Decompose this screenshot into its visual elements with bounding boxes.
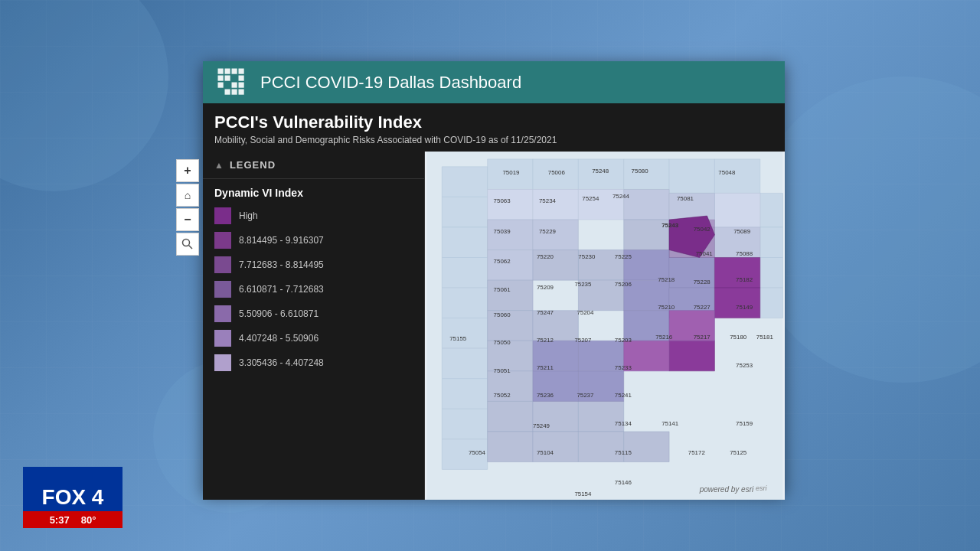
legend-collapse-arrow[interactable]: ▲: [214, 160, 224, 171]
svg-text:esri: esri: [756, 484, 768, 492]
svg-marker-43: [488, 250, 533, 281]
svg-marker-52: [488, 311, 533, 341]
home-button[interactable]: ⌂: [176, 184, 199, 207]
subtitle: Mobility, Social and Demographic Risks A…: [214, 135, 773, 145]
legend-color-swatch: [214, 305, 231, 322]
zoom-in-button[interactable]: +: [176, 159, 199, 182]
svg-marker-29: [442, 379, 487, 409]
svg-rect-11: [225, 90, 230, 95]
dashboard-header: PCCI COVID-19 Dallas Dashboard: [203, 61, 785, 103]
svg-marker-64: [669, 257, 714, 288]
svg-marker-25: [442, 257, 487, 288]
svg-marker-53: [533, 311, 578, 341]
legend-item: 7.712683 - 8.814495: [203, 253, 424, 277]
fox4-logo-text: FOX 4: [42, 487, 104, 508]
svg-marker-55: [488, 371, 533, 402]
legend-color-swatch: [214, 207, 231, 224]
legend-color-swatch: [214, 330, 231, 347]
svg-marker-50: [578, 280, 623, 311]
svg-point-14: [183, 240, 190, 246]
svg-marker-75: [714, 288, 760, 318]
legend-index-title: Dynamic VI Index: [203, 179, 424, 204]
legend-item-label: 3.305436 - 4.407248: [239, 357, 324, 368]
svg-marker-54: [488, 341, 533, 371]
svg-marker-71: [533, 371, 578, 402]
legend-item: 6.610871 - 7.712683: [203, 277, 424, 302]
svg-marker-18: [533, 159, 578, 190]
svg-marker-76: [669, 341, 714, 371]
legend-item: 3.305436 - 4.407248: [203, 350, 424, 375]
svg-rect-1: [218, 69, 224, 74]
legend-item-label: 7.712683 - 8.814495: [239, 259, 324, 270]
svg-marker-68: [578, 341, 623, 371]
legend-color-swatch: [214, 354, 231, 371]
zoom-out-button[interactable]: −: [176, 208, 199, 231]
svg-marker-57: [533, 401, 578, 432]
svg-marker-45: [714, 227, 760, 258]
legend-color-swatch: [214, 281, 231, 298]
svg-rect-3: [232, 69, 237, 74]
fox4-info-bar: 5:37 80°: [23, 511, 122, 528]
svg-marker-41: [624, 189, 669, 220]
legend-item: 8.814495 - 9.916307: [203, 228, 424, 253]
svg-marker-44: [533, 220, 578, 250]
svg-rect-13: [239, 90, 244, 95]
svg-marker-62: [624, 432, 669, 462]
legend-panel: + ⌂ − ▲ LEGEND Dynamic VI Index High8.: [203, 152, 425, 500]
svg-marker-23: [442, 197, 487, 227]
svg-marker-78: [669, 311, 714, 341]
svg-rect-8: [218, 83, 224, 88]
svg-rect-2: [225, 69, 230, 74]
legend-item-label: 5.50906 - 6.610871: [239, 308, 318, 319]
svg-marker-31: [442, 439, 487, 470]
esri-logo: esri: [756, 483, 779, 492]
map-svg: [425, 152, 785, 500]
svg-marker-19: [578, 159, 623, 190]
svg-marker-69: [578, 371, 623, 402]
svg-marker-20: [624, 159, 669, 190]
svg-rect-7: [239, 76, 244, 81]
esri-text: powered by esri: [700, 485, 754, 494]
svg-marker-47: [624, 220, 669, 250]
legend-items: High8.814495 - 9.9163077.712683 - 8.8144…: [203, 204, 424, 375]
svg-marker-28: [442, 348, 487, 379]
svg-marker-74: [714, 257, 760, 288]
svg-marker-39: [714, 193, 760, 227]
fox4-bug: FOX 4 5:37 80°: [23, 467, 122, 528]
search-button[interactable]: [176, 233, 199, 256]
svg-marker-46: [578, 250, 623, 281]
svg-line-15: [189, 246, 193, 249]
svg-rect-6: [225, 76, 230, 81]
svg-marker-70: [533, 341, 578, 371]
svg-marker-58: [578, 401, 623, 432]
svg-marker-77: [624, 341, 669, 371]
svg-marker-63: [624, 250, 669, 281]
svg-marker-67: [624, 311, 669, 341]
svg-marker-30: [442, 409, 487, 439]
title-section: PCCI's Vulnerability Index Mobility, Soc…: [203, 103, 785, 152]
svg-marker-37: [533, 189, 578, 220]
svg-marker-56: [488, 401, 533, 432]
svg-marker-60: [533, 432, 578, 462]
svg-rect-4: [239, 69, 244, 74]
svg-marker-51: [488, 280, 533, 311]
svg-marker-65: [624, 280, 669, 311]
legend-item: 4.407248 - 5.50906: [203, 326, 424, 350]
legend-item-label: High: [239, 210, 258, 221]
svg-rect-12: [232, 90, 237, 95]
svg-marker-27: [442, 318, 487, 349]
zip-75155: [442, 167, 487, 197]
fox4-temp: 80°: [81, 514, 96, 526]
legend-label: LEGEND: [230, 159, 276, 171]
content-area: + ⌂ − ▲ LEGEND Dynamic VI Index High8.: [203, 152, 785, 500]
svg-marker-24: [442, 227, 487, 258]
svg-marker-17: [488, 159, 533, 190]
legend-item-label: 4.407248 - 5.50906: [239, 333, 318, 344]
svg-marker-26: [442, 288, 487, 318]
svg-marker-59: [488, 432, 533, 462]
map-controls: + ⌂ −: [176, 159, 199, 256]
header-title: PCCI COVID-19 Dallas Dashboard: [260, 73, 521, 93]
legend-header: ▲ LEGEND: [203, 152, 424, 179]
dashboard: PCCI COVID-19 Dallas Dashboard PCCI's Vu…: [203, 61, 785, 494]
legend-item: High: [203, 204, 424, 228]
